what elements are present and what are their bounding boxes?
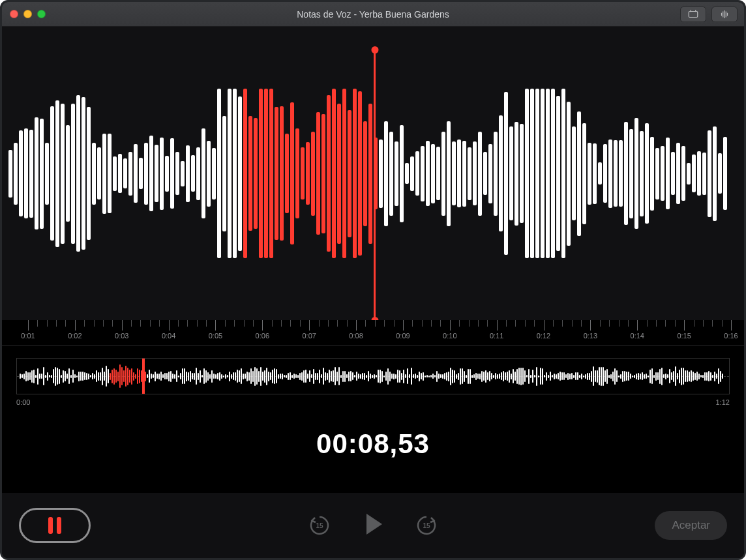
waveform-bar [457,140,461,207]
waveform-bar [358,91,362,256]
waveform-bar [436,147,440,200]
waveform-bar [144,143,148,205]
waveform-bar [441,132,445,216]
waveform-bar [233,89,237,258]
overview-waveform[interactable] [16,358,730,394]
waveform-bar [415,151,419,196]
waveform-icon [719,8,730,20]
waveform-bar [102,134,106,214]
current-time-display: 00:08,53 [2,428,744,460]
ruler-label: 0:11 [490,332,503,340]
waveform-bar [217,89,221,258]
waveform-bar [462,141,466,207]
ruler-label: 0:16 [724,332,738,340]
overview-end-time: 1:12 [716,398,730,406]
accept-button[interactable]: Aceptar [655,511,727,540]
waveform-bar [645,123,649,224]
skip-back-button[interactable]: 15 [308,514,331,537]
play-icon [359,510,387,538]
window-title: Notas de Voz - Yerba Buena Gardens [2,9,744,20]
waveform-bar [655,148,659,199]
playhead[interactable] [374,50,376,320]
waveform-bar [509,126,513,220]
waveform-bar [87,107,91,240]
ruler-label: 0:02 [68,332,82,340]
ruler-label: 0:12 [537,332,550,340]
trim-button[interactable] [680,7,706,22]
waveform-bar [515,122,518,226]
maximize-window-button[interactable] [37,10,46,18]
waveform-bar [702,153,706,195]
waveform-bar [113,156,117,191]
app-window: Notas de Voz - Yerba Buena Gardens 0:010… [0,0,746,560]
enhance-button[interactable] [711,7,738,22]
svg-rect-0 [689,11,698,17]
waveform-bar [311,132,315,216]
overview-section: 0:00 1:12 [2,346,744,409]
waveform-bar [692,155,696,192]
waveform-bar [290,102,294,244]
waveform-bar [561,89,565,258]
waveform-bar [708,130,711,217]
waveform-bar [525,89,529,258]
transport-controls: 15 15 Aceptar [2,493,744,558]
waveform-bar [149,136,153,211]
waveform-bar [301,147,305,199]
waveform-bar [363,121,367,226]
play-button[interactable] [359,510,387,541]
waveform-bar [421,146,425,201]
waveform-bar [170,138,174,209]
ruler-label: 0:01 [21,332,35,340]
waveform-bar [499,115,503,231]
waveform-bar [384,121,388,226]
main-waveform-area[interactable] [2,27,744,320]
time-ruler[interactable]: 0:010:020:030:040:050:060:070:080:090:10… [2,320,744,346]
ruler-label: 0:03 [115,332,128,340]
waveform-bar [368,104,372,244]
waveform-bar [35,117,38,229]
waveform-bar [629,129,633,218]
waveform-bar [40,119,44,229]
overview-playhead[interactable] [142,358,145,394]
waveform-bar [718,153,722,194]
pause-recording-button[interactable] [19,508,91,543]
waveform-bar [264,89,268,258]
waveform-bar [650,137,654,211]
waveform-bar [614,140,618,207]
waveform-bar [681,146,685,201]
waveform-bar [405,163,409,184]
waveform-bar [588,143,591,205]
waveform-bar [468,147,471,200]
waveform-bar [118,154,122,193]
waveform-bar [598,162,602,184]
waveform-bar [567,102,571,246]
waveform-bar [306,142,310,205]
waveform-bar [395,141,398,206]
ruler-label: 0:13 [584,332,597,340]
waveform-bar [123,158,127,188]
waveform-bar [248,116,252,231]
pause-icon [57,517,61,534]
waveform-bar [671,152,675,195]
waveform-bar [29,130,33,218]
waveform-bar [50,106,54,241]
waveform-bar [546,89,550,258]
waveform-bar [541,89,545,258]
close-window-button[interactable] [10,10,18,18]
waveform-bar [139,158,143,189]
waveform-bar [572,126,576,220]
waveform-bar [410,156,414,191]
waveform-bar [426,141,430,206]
waveform-bar [269,89,273,258]
waveform-bar [155,145,158,202]
ruler-label: 0:07 [302,332,316,340]
waveform-bar [92,143,96,205]
minimize-window-button[interactable] [23,10,32,18]
waveform-bar [530,89,534,258]
waveform-bar [128,152,132,196]
waveform-bar [634,118,638,229]
waveform-bar [181,161,185,186]
skip-forward-button[interactable]: 15 [415,514,438,537]
waveform-bar [551,89,555,258]
waveform-bar [640,131,644,216]
